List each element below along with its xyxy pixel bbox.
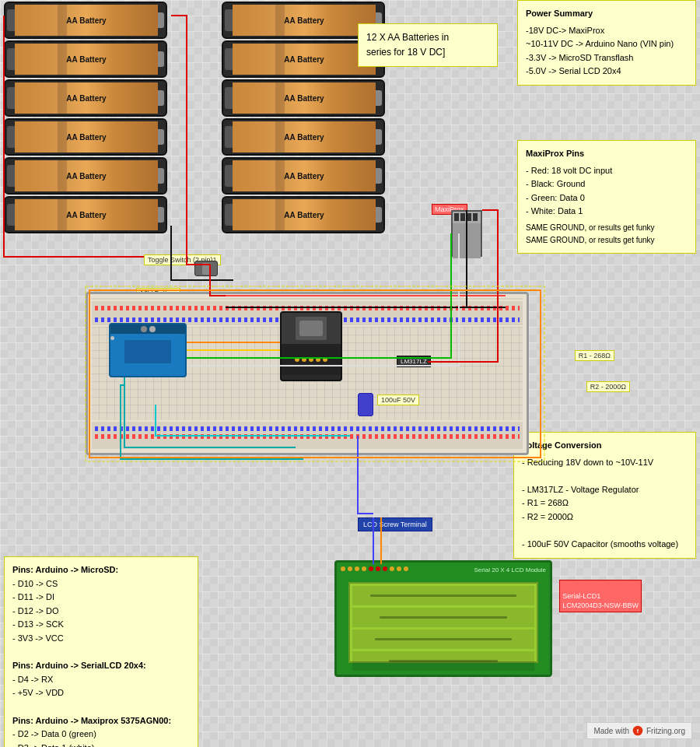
- lcd-module: Serial 20 X 4 LCD Module: [334, 560, 552, 677]
- lm317-ic: LM317LZ: [397, 356, 431, 367]
- maxiprox-pins-box: MaxiProx Pins - Red: 18 volt DC input - …: [517, 140, 696, 254]
- capacitor: [358, 393, 373, 416]
- battery-left-2: AA Battery: [4, 40, 167, 78]
- arduino-nano: [109, 323, 187, 377]
- r2-label: R2 - 2000Ω: [586, 381, 630, 392]
- battery-right-4: AA Battery: [222, 118, 385, 156]
- battery-info-box: 12 X AA Batteries in series for 18 V DC]: [358, 23, 498, 67]
- battery-left-4: AA Battery: [4, 118, 167, 156]
- capacitor-label: 100uF 50V: [377, 395, 419, 405]
- voltage-conversion-box: Voltage Conversion - Reducing 18V down t…: [513, 432, 696, 559]
- screw-terminal: LCD Screw Terminal: [358, 517, 432, 531]
- battery-right-6: AA Battery: [222, 196, 385, 233]
- fritzing-logo-icon: f: [632, 725, 643, 736]
- battery-right-3: AA Battery: [222, 79, 385, 117]
- serial-lcd-part-label: Serial-LCD1 LCM2004D3-NSW-BBW: [559, 580, 642, 612]
- battery-left-6: AA Battery: [4, 196, 167, 233]
- lcd-screen: [348, 582, 538, 663]
- power-summary-box: Power Summary -18V DC-> MaxiProx ~10-11V…: [517, 0, 696, 86]
- fritzing-watermark: Made with f Fritzing.org: [586, 722, 692, 739]
- battery-left-5: AA Battery: [4, 157, 167, 195]
- maxiprox-device: [451, 210, 482, 257]
- r1-label: R1 - 268Ω: [575, 350, 614, 361]
- battery-left-3: AA Battery: [4, 79, 167, 117]
- battery-left-1: AA Battery: [4, 2, 167, 39]
- toggle-switch: [194, 261, 218, 276]
- pins-info-box: Pins: Arduino -> MicroSD: - D10 -> CS - …: [4, 556, 198, 747]
- serial-lcd-header-label: Serial 20 X 4 LCD Module: [474, 566, 547, 573]
- microsd-module: [280, 311, 342, 381]
- battery-group-left: AA Battery AA Battery AA Battery AA Batt…: [0, 0, 171, 235]
- battery-right-5: AA Battery: [222, 157, 385, 195]
